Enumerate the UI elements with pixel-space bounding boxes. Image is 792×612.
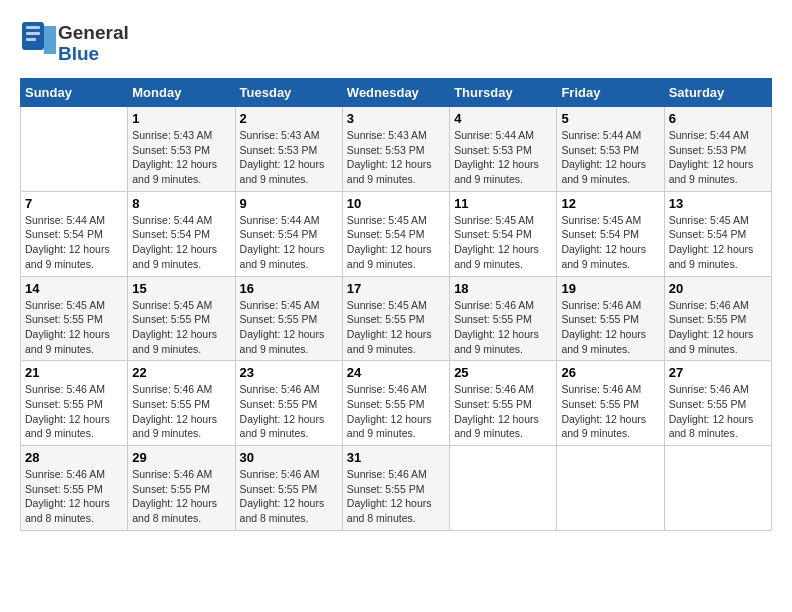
- day-number: 27: [669, 365, 767, 380]
- day-info: Sunrise: 5:44 AMSunset: 5:53 PMDaylight:…: [561, 128, 659, 187]
- day-number: 30: [240, 450, 338, 465]
- header-saturday: Saturday: [664, 79, 771, 107]
- calendar-cell: 22Sunrise: 5:46 AMSunset: 5:55 PMDayligh…: [128, 361, 235, 446]
- day-number: 18: [454, 281, 552, 296]
- day-info: Sunrise: 5:46 AMSunset: 5:55 PMDaylight:…: [561, 382, 659, 441]
- day-info: Sunrise: 5:45 AMSunset: 5:54 PMDaylight:…: [347, 213, 445, 272]
- day-info: Sunrise: 5:43 AMSunset: 5:53 PMDaylight:…: [347, 128, 445, 187]
- day-number: 1: [132, 111, 230, 126]
- calendar-cell: 19Sunrise: 5:46 AMSunset: 5:55 PMDayligh…: [557, 276, 664, 361]
- calendar-cell: 13Sunrise: 5:45 AMSunset: 5:54 PMDayligh…: [664, 191, 771, 276]
- calendar-cell: 9Sunrise: 5:44 AMSunset: 5:54 PMDaylight…: [235, 191, 342, 276]
- calendar-cell: [450, 446, 557, 531]
- day-info: Sunrise: 5:46 AMSunset: 5:55 PMDaylight:…: [454, 298, 552, 357]
- calendar-cell: 5Sunrise: 5:44 AMSunset: 5:53 PMDaylight…: [557, 107, 664, 192]
- day-info: Sunrise: 5:45 AMSunset: 5:55 PMDaylight:…: [347, 298, 445, 357]
- day-info: Sunrise: 5:46 AMSunset: 5:55 PMDaylight:…: [132, 467, 230, 526]
- calendar-cell: 20Sunrise: 5:46 AMSunset: 5:55 PMDayligh…: [664, 276, 771, 361]
- calendar-cell: 28Sunrise: 5:46 AMSunset: 5:55 PMDayligh…: [21, 446, 128, 531]
- calendar-cell: 4Sunrise: 5:44 AMSunset: 5:53 PMDaylight…: [450, 107, 557, 192]
- day-info: Sunrise: 5:44 AMSunset: 5:53 PMDaylight:…: [669, 128, 767, 187]
- header-thursday: Thursday: [450, 79, 557, 107]
- day-number: 11: [454, 196, 552, 211]
- calendar-header-row: SundayMondayTuesdayWednesdayThursdayFrid…: [21, 79, 772, 107]
- calendar-cell: 23Sunrise: 5:46 AMSunset: 5:55 PMDayligh…: [235, 361, 342, 446]
- day-number: 26: [561, 365, 659, 380]
- day-number: 9: [240, 196, 338, 211]
- calendar-cell: [664, 446, 771, 531]
- svg-rect-2: [26, 26, 40, 29]
- calendar-cell: 7Sunrise: 5:44 AMSunset: 5:54 PMDaylight…: [21, 191, 128, 276]
- calendar-cell: 10Sunrise: 5:45 AMSunset: 5:54 PMDayligh…: [342, 191, 449, 276]
- day-info: Sunrise: 5:45 AMSunset: 5:54 PMDaylight:…: [454, 213, 552, 272]
- day-number: 20: [669, 281, 767, 296]
- day-info: Sunrise: 5:43 AMSunset: 5:53 PMDaylight:…: [240, 128, 338, 187]
- logo-text: General Blue: [58, 23, 129, 65]
- day-info: Sunrise: 5:46 AMSunset: 5:55 PMDaylight:…: [669, 382, 767, 441]
- page-header: General Blue: [20, 20, 772, 68]
- calendar-cell: 8Sunrise: 5:44 AMSunset: 5:54 PMDaylight…: [128, 191, 235, 276]
- day-info: Sunrise: 5:45 AMSunset: 5:54 PMDaylight:…: [561, 213, 659, 272]
- day-number: 24: [347, 365, 445, 380]
- day-info: Sunrise: 5:46 AMSunset: 5:55 PMDaylight:…: [347, 382, 445, 441]
- calendar-cell: 25Sunrise: 5:46 AMSunset: 5:55 PMDayligh…: [450, 361, 557, 446]
- day-info: Sunrise: 5:46 AMSunset: 5:55 PMDaylight:…: [132, 382, 230, 441]
- day-info: Sunrise: 5:46 AMSunset: 5:55 PMDaylight:…: [561, 298, 659, 357]
- day-number: 25: [454, 365, 552, 380]
- header-tuesday: Tuesday: [235, 79, 342, 107]
- calendar-week-1: 1Sunrise: 5:43 AMSunset: 5:53 PMDaylight…: [21, 107, 772, 192]
- day-info: Sunrise: 5:44 AMSunset: 5:54 PMDaylight:…: [240, 213, 338, 272]
- day-number: 23: [240, 365, 338, 380]
- calendar-week-2: 7Sunrise: 5:44 AMSunset: 5:54 PMDaylight…: [21, 191, 772, 276]
- calendar-cell: 15Sunrise: 5:45 AMSunset: 5:55 PMDayligh…: [128, 276, 235, 361]
- calendar-cell: 16Sunrise: 5:45 AMSunset: 5:55 PMDayligh…: [235, 276, 342, 361]
- calendar-cell: [21, 107, 128, 192]
- day-number: 13: [669, 196, 767, 211]
- calendar-cell: 17Sunrise: 5:45 AMSunset: 5:55 PMDayligh…: [342, 276, 449, 361]
- calendar-cell: 31Sunrise: 5:46 AMSunset: 5:55 PMDayligh…: [342, 446, 449, 531]
- calendar-cell: 18Sunrise: 5:46 AMSunset: 5:55 PMDayligh…: [450, 276, 557, 361]
- day-number: 29: [132, 450, 230, 465]
- calendar-cell: 21Sunrise: 5:46 AMSunset: 5:55 PMDayligh…: [21, 361, 128, 446]
- day-number: 5: [561, 111, 659, 126]
- calendar-cell: 2Sunrise: 5:43 AMSunset: 5:53 PMDaylight…: [235, 107, 342, 192]
- header-wednesday: Wednesday: [342, 79, 449, 107]
- day-number: 10: [347, 196, 445, 211]
- calendar-cell: 14Sunrise: 5:45 AMSunset: 5:55 PMDayligh…: [21, 276, 128, 361]
- svg-marker-1: [44, 26, 56, 54]
- calendar-cell: [557, 446, 664, 531]
- day-number: 31: [347, 450, 445, 465]
- calendar-cell: 30Sunrise: 5:46 AMSunset: 5:55 PMDayligh…: [235, 446, 342, 531]
- calendar-table: SundayMondayTuesdayWednesdayThursdayFrid…: [20, 78, 772, 531]
- day-number: 7: [25, 196, 123, 211]
- day-info: Sunrise: 5:46 AMSunset: 5:55 PMDaylight:…: [240, 467, 338, 526]
- day-info: Sunrise: 5:46 AMSunset: 5:55 PMDaylight:…: [25, 467, 123, 526]
- day-number: 19: [561, 281, 659, 296]
- calendar-cell: 6Sunrise: 5:44 AMSunset: 5:53 PMDaylight…: [664, 107, 771, 192]
- svg-rect-3: [26, 32, 40, 35]
- calendar-cell: 12Sunrise: 5:45 AMSunset: 5:54 PMDayligh…: [557, 191, 664, 276]
- calendar-week-3: 14Sunrise: 5:45 AMSunset: 5:55 PMDayligh…: [21, 276, 772, 361]
- calendar-cell: 29Sunrise: 5:46 AMSunset: 5:55 PMDayligh…: [128, 446, 235, 531]
- day-number: 16: [240, 281, 338, 296]
- day-number: 6: [669, 111, 767, 126]
- day-number: 17: [347, 281, 445, 296]
- day-number: 21: [25, 365, 123, 380]
- day-number: 8: [132, 196, 230, 211]
- day-info: Sunrise: 5:45 AMSunset: 5:55 PMDaylight:…: [240, 298, 338, 357]
- calendar-cell: 1Sunrise: 5:43 AMSunset: 5:53 PMDaylight…: [128, 107, 235, 192]
- day-info: Sunrise: 5:44 AMSunset: 5:54 PMDaylight:…: [132, 213, 230, 272]
- calendar-week-4: 21Sunrise: 5:46 AMSunset: 5:55 PMDayligh…: [21, 361, 772, 446]
- day-info: Sunrise: 5:44 AMSunset: 5:53 PMDaylight:…: [454, 128, 552, 187]
- calendar-cell: 27Sunrise: 5:46 AMSunset: 5:55 PMDayligh…: [664, 361, 771, 446]
- header-friday: Friday: [557, 79, 664, 107]
- day-info: Sunrise: 5:46 AMSunset: 5:55 PMDaylight:…: [240, 382, 338, 441]
- calendar-week-5: 28Sunrise: 5:46 AMSunset: 5:55 PMDayligh…: [21, 446, 772, 531]
- calendar-cell: 11Sunrise: 5:45 AMSunset: 5:54 PMDayligh…: [450, 191, 557, 276]
- day-number: 15: [132, 281, 230, 296]
- day-info: Sunrise: 5:45 AMSunset: 5:54 PMDaylight:…: [669, 213, 767, 272]
- calendar-cell: 3Sunrise: 5:43 AMSunset: 5:53 PMDaylight…: [342, 107, 449, 192]
- calendar-cell: 24Sunrise: 5:46 AMSunset: 5:55 PMDayligh…: [342, 361, 449, 446]
- logo: General Blue: [20, 20, 129, 68]
- day-info: Sunrise: 5:45 AMSunset: 5:55 PMDaylight:…: [25, 298, 123, 357]
